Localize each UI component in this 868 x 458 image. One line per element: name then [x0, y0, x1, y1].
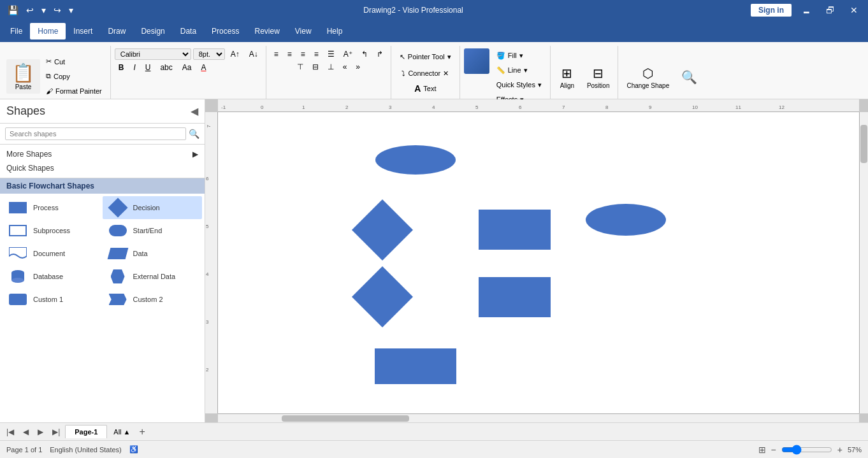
change-shape-button[interactable]: ⬡ Change Shape: [622, 60, 674, 96]
cut-button[interactable]: ✂ Cut: [41, 55, 106, 69]
connector-label: Connector: [408, 69, 440, 77]
font-size-select[interactable]: 8pt.: [193, 48, 225, 60]
strikethrough-button[interactable]: abc: [156, 62, 176, 73]
zoom-out-button[interactable]: −: [771, 445, 776, 455]
page-tab-1[interactable]: Page-1: [65, 425, 107, 438]
text-tool-button[interactable]: A Text: [410, 82, 440, 96]
menu-home[interactable]: Home: [30, 23, 66, 39]
title-bar: 💾 ↩ ▾ ↪ ▾ Drawing2 - Visio Professional …: [0, 0, 868, 20]
align-center-button[interactable]: ≡: [284, 48, 296, 60]
page-nav-next[interactable]: ▶: [34, 426, 47, 438]
search-input[interactable]: [5, 127, 186, 140]
scrollbar-horizontal-thumb[interactable]: [282, 415, 409, 422]
shape-item-startend[interactable]: Start/End: [103, 219, 203, 242]
sign-in-button[interactable]: Sign in: [751, 4, 792, 17]
shape-item-custom2[interactable]: Custom 2: [103, 288, 203, 311]
decrease-font-button[interactable]: A↓: [245, 48, 262, 60]
menu-draw[interactable]: Draw: [100, 23, 133, 39]
minimize-button[interactable]: 🗕: [797, 4, 816, 17]
add-page-button[interactable]: +: [137, 426, 148, 438]
bold-button[interactable]: B: [115, 62, 128, 73]
fill-button[interactable]: 🪣 Fill▾: [492, 48, 546, 62]
process-icon: [8, 200, 28, 215]
save-button[interactable]: 💾: [5, 4, 21, 17]
more-shapes-item[interactable]: More Shapes ▶: [0, 147, 205, 161]
align-button[interactable]: ⊞ Align: [554, 60, 580, 96]
shape-item-external-data[interactable]: External Data: [103, 265, 203, 288]
page-nav-first[interactable]: |◀: [3, 426, 18, 438]
menu-view[interactable]: View: [287, 23, 319, 39]
canvas-shape-rect1[interactable]: [478, 209, 551, 250]
all-pages-button[interactable]: All ▲: [108, 426, 135, 438]
decrease-indent-button[interactable]: «: [339, 61, 351, 73]
font-family-select[interactable]: Calibri: [115, 48, 191, 60]
quick-shapes-item[interactable]: Quick Shapes: [0, 161, 205, 175]
shape-style-preview[interactable]: [464, 48, 489, 74]
canvas-shape-oval2[interactable]: [584, 203, 667, 238]
zoom-slider[interactable]: [781, 445, 832, 455]
menu-design[interactable]: Design: [133, 23, 172, 39]
valign-bot-button[interactable]: ⊥: [324, 61, 338, 73]
scrollbar-right[interactable]: [859, 112, 868, 413]
search-bar: 🔍: [0, 124, 205, 145]
undo-dropdown[interactable]: ▾: [39, 4, 48, 17]
zoom-in-button[interactable]: +: [837, 445, 843, 455]
italic-button[interactable]: I: [129, 62, 139, 73]
menu-process[interactable]: Process: [204, 23, 247, 39]
undo-button[interactable]: ↩: [24, 4, 36, 17]
shape-item-process[interactable]: Process: [3, 196, 103, 219]
copy-button[interactable]: ⧉ Copy: [41, 69, 106, 83]
underline-button[interactable]: U: [141, 62, 155, 73]
menu-data[interactable]: Data: [173, 23, 204, 39]
close-button[interactable]: ✕: [845, 4, 863, 17]
menu-insert[interactable]: Insert: [66, 23, 100, 39]
canvas-area[interactable]: [218, 112, 859, 413]
shape-item-data[interactable]: Data: [103, 242, 203, 265]
bullets-button[interactable]: ☰: [324, 48, 338, 60]
canvas-shape-rect2[interactable]: [478, 276, 551, 318]
canvas-shape-rect3[interactable]: [374, 348, 457, 385]
sidebar-collapse-button[interactable]: ◀: [191, 105, 198, 117]
align-right-button[interactable]: ≡: [297, 48, 309, 60]
indent-more-button[interactable]: A⁺: [340, 48, 356, 60]
rtl-button[interactable]: ↰: [358, 48, 372, 60]
scrollbar-vertical-thumb[interactable]: [860, 125, 867, 163]
find-button[interactable]: 🔍: [676, 60, 702, 96]
menu-file[interactable]: File: [3, 23, 30, 39]
shape-item-document[interactable]: Document: [3, 242, 103, 265]
quick-styles-button[interactable]: Quick Styles▾: [492, 78, 546, 92]
page-nav-prev[interactable]: ◀: [19, 426, 33, 438]
valign-mid-button[interactable]: ⊟: [308, 61, 322, 73]
shape-item-decision[interactable]: Decision: [103, 196, 203, 219]
scrollbar-bottom[interactable]: [218, 413, 859, 422]
canvas-shape-diamond1[interactable]: [351, 198, 414, 262]
canvas-shape-diamond2[interactable]: [351, 265, 414, 329]
redo-button[interactable]: ↪: [51, 4, 64, 17]
paste-button[interactable]: 📋 Paste: [6, 59, 40, 94]
normal-view-button[interactable]: ⊞: [758, 445, 766, 455]
text-case-button[interactable]: Aa: [178, 62, 196, 73]
restore-button[interactable]: 🗗: [821, 4, 840, 17]
pointer-tool-button[interactable]: ↖ Pointer Tool ▾: [395, 48, 456, 65]
valign-top-button[interactable]: ⊤: [293, 61, 307, 73]
more-button[interactable]: ▾: [66, 4, 76, 17]
connector-button[interactable]: ⤵ Connector ✕: [397, 66, 453, 80]
search-button[interactable]: 🔍: [189, 129, 199, 139]
justify-button[interactable]: ≡: [310, 48, 322, 60]
position-button[interactable]: ⊟ Position: [582, 60, 614, 96]
format-painter-button[interactable]: 🖌 Format Painter: [41, 84, 106, 98]
line-button[interactable]: 📏 Line▾: [492, 63, 546, 77]
menu-review[interactable]: Review: [247, 23, 287, 39]
font-color-button[interactable]: A: [197, 62, 210, 73]
shape-item-database[interactable]: Database: [3, 265, 103, 288]
ltr-button[interactable]: ↱: [373, 48, 387, 60]
page-nav-last[interactable]: ▶|: [48, 426, 64, 438]
shape-item-subprocess[interactable]: Subprocess: [3, 219, 103, 242]
increase-font-button[interactable]: A↑: [227, 48, 243, 60]
shape-item-custom1[interactable]: Custom 1: [3, 288, 103, 311]
align-left-button[interactable]: ≡: [270, 48, 282, 60]
increase-indent2-button[interactable]: »: [352, 61, 364, 73]
menu-help[interactable]: Help: [319, 23, 351, 39]
canvas-shape-oval1[interactable]: [374, 144, 457, 176]
ruler-mark: 4: [432, 104, 435, 110]
